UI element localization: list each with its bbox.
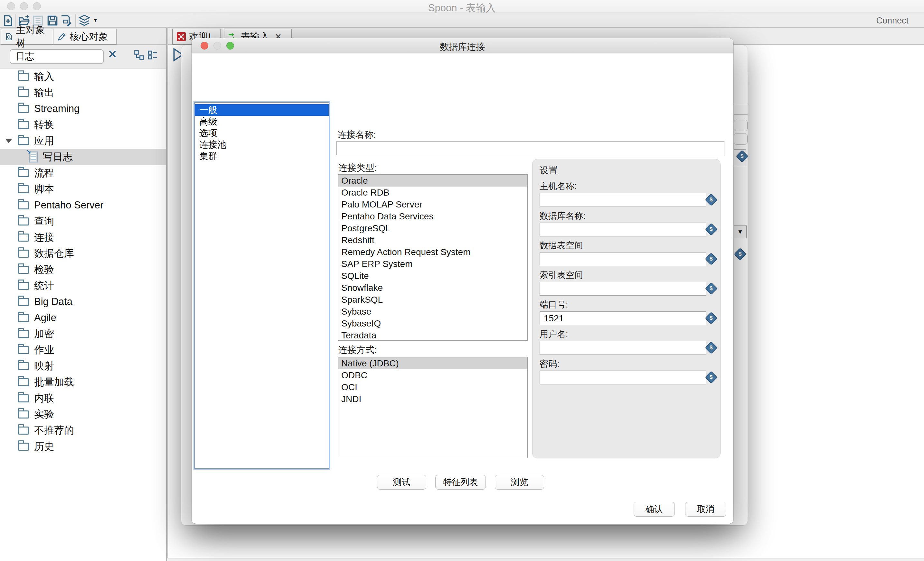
save-as-icon[interactable] <box>60 15 72 26</box>
cancel-button[interactable]: 取消 <box>685 502 726 517</box>
connection-type-item[interactable]: Palo MOLAP Server <box>338 199 527 210</box>
access-type-item[interactable]: ODBC <box>338 369 527 381</box>
tree-item[interactable]: 映射 <box>0 358 166 374</box>
tree-item[interactable]: 不推荐的 <box>0 422 166 438</box>
dialog-nav-item[interactable]: 一般 <box>195 104 329 116</box>
tree-item[interactable]: 查询 <box>0 213 166 229</box>
access-type-item[interactable]: OCI <box>338 381 527 393</box>
variable-icon[interactable]: $ <box>705 341 718 354</box>
tree-item[interactable]: Big Data <box>0 294 166 310</box>
occluded-field <box>734 104 748 115</box>
tree-item[interactable]: 流程 <box>0 165 166 181</box>
connection-type-item[interactable]: Oracle RDB <box>338 187 527 199</box>
settings-field-input[interactable] <box>540 193 706 207</box>
tree-item[interactable]: 作业 <box>0 342 166 358</box>
layers-dropdown-caret-icon[interactable]: ▼ <box>93 17 98 24</box>
settings-panel: 设置 主机名称: $ 数据库名称: $ <box>532 159 720 458</box>
connection-type-label: 连接类型: <box>338 162 377 174</box>
tree-item[interactable]: 数据仓库 <box>0 245 166 262</box>
tab-main-object-tree[interactable]: 主对象树 <box>1 28 54 45</box>
tree-item[interactable]: 输出 <box>0 85 166 101</box>
tree-item[interactable]: 批量加载 <box>0 374 166 390</box>
tree-item[interactable]: Pentaho Server <box>0 197 166 213</box>
dialog-titlebar[interactable]: 数据库连接 <box>192 38 734 53</box>
settings-field-input[interactable] <box>540 311 706 325</box>
dialog-nav-item[interactable]: 集群 <box>195 151 329 162</box>
folder-icon <box>18 201 29 209</box>
dialog-nav-item[interactable]: 连接池 <box>195 139 329 151</box>
test-button[interactable]: 测试 <box>377 475 426 489</box>
tree-item[interactable]: 应用 <box>0 133 166 149</box>
tree-item[interactable]: 内联 <box>0 390 166 406</box>
occluded-dropdown[interactable]: ▼ <box>734 226 747 238</box>
tree-item[interactable]: 实验 <box>0 406 166 422</box>
list-view-icon[interactable] <box>147 50 158 60</box>
connection-type-item[interactable]: PostgreSQL <box>338 222 527 234</box>
connection-type-item[interactable]: Redshift <box>338 234 527 246</box>
connection-type-item-label: Redshift <box>341 235 374 245</box>
variable-icon[interactable]: $ <box>705 282 718 295</box>
perspectives-layers-icon[interactable] <box>78 15 90 26</box>
dialog-nav-item[interactable]: 高级 <box>195 116 329 127</box>
connection-type-item[interactable]: Sybase <box>338 305 527 317</box>
tree-item[interactable]: 统计 <box>0 278 166 294</box>
explore-button[interactable]: 浏览 <box>495 475 544 489</box>
connection-type-item-label: SparkSQL <box>341 295 383 305</box>
dialog-nav-item-label: 集群 <box>199 151 218 161</box>
access-type-item[interactable]: JNDI <box>338 393 527 405</box>
tree-item-label: 数据仓库 <box>34 247 74 260</box>
folder-icon <box>18 426 29 435</box>
connection-type-item[interactable]: Snowflake <box>338 282 527 294</box>
settings-field-input[interactable] <box>540 341 706 355</box>
steps-search-input[interactable] <box>10 49 104 64</box>
new-file-icon[interactable] <box>2 15 14 26</box>
variable-icon[interactable]: $ <box>705 371 718 384</box>
dialog-nav-item[interactable]: 选项 <box>195 127 329 139</box>
variable-icon[interactable]: $ <box>734 248 747 260</box>
connection-type-item[interactable]: Oracle <box>338 175 527 187</box>
window-title: Spoon - 表输入 <box>0 1 924 15</box>
expand-arrow-icon[interactable] <box>5 139 12 143</box>
tree-item[interactable]: Streaming <box>0 101 166 117</box>
feature-list-button[interactable]: 特征列表 <box>435 475 486 489</box>
variable-icon[interactable]: $ <box>705 253 718 265</box>
tree-item-label: Pentaho Server <box>34 199 104 211</box>
connection-type-item[interactable]: Remedy Action Request System <box>338 246 527 258</box>
ok-button[interactable]: 确认 <box>634 502 675 517</box>
tree-item[interactable]: 连接 <box>0 229 166 245</box>
settings-field: 数据库名称: $ <box>540 210 713 236</box>
variable-icon-glyph: $ <box>710 374 712 380</box>
clear-search-icon[interactable]: ✕ <box>108 48 117 61</box>
variable-icon[interactable]: $ <box>705 312 718 325</box>
connection-type-item[interactable]: SparkSQL <box>338 294 527 305</box>
kettle-logo-icon <box>177 32 186 41</box>
connection-type-item[interactable]: SQLite <box>338 270 527 282</box>
tree-item[interactable]: 检验 <box>0 262 166 278</box>
access-type-item[interactable]: Native (JDBC) <box>338 358 527 369</box>
tree-item[interactable]: 写日志 <box>0 149 166 165</box>
variable-icon[interactable]: $ <box>705 223 718 236</box>
connection-type-item[interactable]: Teradata <box>338 329 527 341</box>
connection-type-item[interactable]: Pentaho Data Services <box>338 210 527 222</box>
variable-icon[interactable]: $ <box>705 193 718 206</box>
tree-item[interactable]: 加密 <box>0 326 166 342</box>
connection-name-input[interactable] <box>336 141 724 155</box>
tree-item-label: 连接 <box>34 230 54 244</box>
tree-item[interactable]: Agile <box>0 310 166 326</box>
toolbar-separator <box>15 14 16 27</box>
connect-button[interactable]: Connect <box>876 16 909 26</box>
connection-type-item[interactable]: SAP ERP System <box>338 258 527 270</box>
tree-item[interactable]: 脚本 <box>0 181 166 197</box>
settings-field-input[interactable] <box>540 223 706 236</box>
tree-connector-view-icon[interactable] <box>134 50 144 60</box>
tree-item[interactable]: 转换 <box>0 117 166 133</box>
tab-core-objects[interactable]: 核心对象 <box>54 28 117 45</box>
settings-field-input[interactable] <box>540 252 706 266</box>
connection-type-item[interactable]: SybaseIQ <box>338 317 527 329</box>
tree-item[interactable]: 输入 <box>0 69 166 85</box>
settings-field-input[interactable] <box>540 282 706 296</box>
connection-name-label: 连接名称: <box>338 129 376 141</box>
tree-item[interactable]: 历史 <box>0 438 166 455</box>
settings-field-input[interactable] <box>540 371 706 384</box>
variable-icon-glyph: $ <box>710 285 712 292</box>
